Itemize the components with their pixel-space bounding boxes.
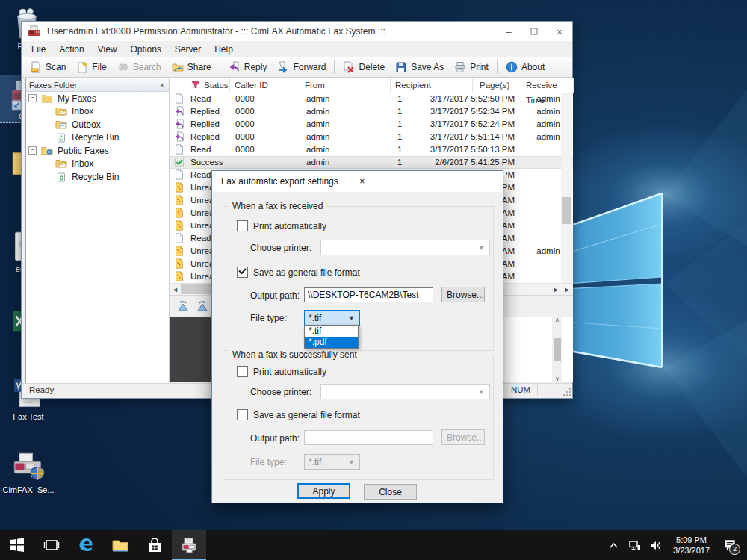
volume-icon[interactable] bbox=[645, 530, 666, 560]
about-button[interactable]: About bbox=[500, 60, 550, 75]
scan-button[interactable]: Scan bbox=[25, 60, 71, 75]
window-title-bar[interactable]: User:admin Ext:0000 Permission:Administr… bbox=[22, 22, 572, 41]
taskbar-clock[interactable]: 5:09 PM 3/23/2017 bbox=[667, 535, 716, 556]
column-header-from[interactable]: From bbox=[303, 78, 391, 93]
scroll-down-icon[interactable]: ∨ bbox=[555, 376, 560, 382]
fax-row[interactable]: Replied0000admin13/17/2017 5:52:34 PMadm… bbox=[170, 105, 573, 118]
unread-status-icon bbox=[174, 208, 185, 218]
forward-button[interactable]: Forward bbox=[272, 60, 331, 75]
tree-item-recycle-bin[interactable]: Recycle Bin bbox=[26, 170, 170, 184]
pane-expand-icon[interactable]: ► bbox=[562, 286, 573, 293]
tree-item-recycle-bin[interactable]: Recycle Bin bbox=[26, 131, 170, 145]
file-explorer-button[interactable] bbox=[103, 530, 137, 560]
tree-item-outbox[interactable]: Outbox bbox=[26, 118, 170, 131]
desktop-icon-cimfax-se[interactable]: CimFAX_Se... bbox=[1, 451, 55, 495]
received-group: When a fax is received Print automatical… bbox=[223, 206, 494, 351]
share-button[interactable]: Share bbox=[167, 60, 217, 75]
list-vertical-scrollbar[interactable] bbox=[561, 93, 572, 283]
resize-grip[interactable] bbox=[562, 388, 571, 396]
tree-item-inbox[interactable]: Inbox bbox=[26, 158, 170, 171]
dialog-close-button[interactable]: Close bbox=[364, 484, 417, 500]
panel-close-icon[interactable]: × bbox=[158, 81, 167, 90]
cell-status: Read bbox=[190, 169, 211, 181]
cell-caller-id: 0000 bbox=[235, 93, 255, 105]
fax-row[interactable]: Read0000admin13/17/2017 5:50:13 PM bbox=[170, 143, 573, 156]
store-button[interactable] bbox=[137, 530, 172, 560]
column-header-page-s[interactable]: Page(s) bbox=[472, 78, 521, 93]
browse-button[interactable]: Browse... bbox=[441, 287, 485, 302]
dialog-title: Fax automatic export settings bbox=[221, 176, 338, 187]
close-button[interactable]: × bbox=[547, 22, 572, 41]
fax-row[interactable]: Replied0000admin13/17/2017 5:51:14 PMadm… bbox=[170, 131, 573, 143]
printer-combobox[interactable]: ▼ bbox=[320, 240, 490, 255]
delete-button[interactable]: Delete bbox=[338, 60, 390, 75]
unread-status-icon bbox=[174, 246, 185, 256]
task-view-button[interactable] bbox=[34, 530, 69, 560]
column-header-status[interactable]: Status bbox=[170, 78, 230, 93]
chevron-up-icon[interactable] bbox=[603, 530, 624, 560]
menu-action[interactable]: Action bbox=[52, 43, 90, 56]
menu-bar: FileActionViewOptionsServerHelp bbox=[22, 41, 572, 57]
menu-server[interactable]: Server bbox=[168, 43, 208, 56]
column-header-receive-time[interactable]: Receive Time bbox=[521, 78, 574, 93]
scroll-up-icon[interactable]: ∧ bbox=[555, 317, 560, 323]
menu-help[interactable]: Help bbox=[208, 43, 240, 56]
tree-item-label: Recycle Bin bbox=[72, 172, 119, 182]
success-status-icon bbox=[174, 157, 185, 167]
fax-row[interactable]: Read0000admin13/17/2017 5:52:50 PMadmin bbox=[170, 93, 573, 105]
filter-icon[interactable] bbox=[190, 80, 201, 90]
sent-print-automatically-checkbox[interactable] bbox=[237, 366, 248, 377]
clock-date: 3/23/2017 bbox=[673, 545, 710, 556]
sent-printer-combobox[interactable]: ▼ bbox=[320, 384, 490, 399]
print-button[interactable]: Print bbox=[449, 60, 494, 75]
rotate-left-icon[interactable] bbox=[176, 299, 190, 314]
toolbar-button-label: Save As bbox=[411, 62, 444, 72]
start-button[interactable] bbox=[0, 530, 34, 560]
edge-browser-button[interactable] bbox=[69, 530, 103, 560]
toolbar-button-label: Forward bbox=[293, 62, 326, 72]
option-pdf[interactable]: *.pdf bbox=[305, 337, 358, 348]
file-button[interactable]: File bbox=[71, 60, 111, 75]
print-automatically-checkbox[interactable] bbox=[237, 220, 248, 231]
cell-time: 2/6/2017 5:41:25 PM bbox=[350, 156, 515, 169]
preview-vertical-scrollbar[interactable]: ∧ ∨ bbox=[552, 317, 562, 382]
save-format-checkbox[interactable] bbox=[237, 267, 248, 278]
scroll-right-icon[interactable]: ► bbox=[551, 286, 562, 293]
replied-status-icon bbox=[174, 106, 185, 116]
output-path-input[interactable] bbox=[304, 287, 433, 302]
tree-item-inbox[interactable]: Inbox bbox=[26, 105, 170, 119]
column-header-recipient[interactable]: Recipient bbox=[390, 78, 473, 93]
menu-options[interactable]: Options bbox=[124, 43, 168, 56]
dialog-title-bar[interactable]: Fax automatic export settings × bbox=[212, 171, 503, 192]
apply-button[interactable]: Apply bbox=[297, 483, 350, 499]
fax-row[interactable]: Replied0000admin13/17/2017 5:52:24 PMadm… bbox=[170, 118, 573, 131]
unread-status-icon bbox=[174, 271, 185, 281]
sent-save-format-checkbox[interactable] bbox=[237, 409, 248, 420]
reply-button[interactable]: Reply bbox=[223, 60, 273, 75]
column-header-caller-id[interactable]: Caller ID bbox=[229, 78, 303, 93]
recycle-icon bbox=[55, 131, 67, 143]
cimfax-taskbar-button[interactable] bbox=[172, 530, 206, 560]
file-type-combobox[interactable]: *.tif▼ bbox=[304, 310, 360, 326]
cell-status: Read bbox=[190, 143, 211, 156]
desktop-icon-label: CimFAX_Se... bbox=[1, 485, 55, 495]
fax-row[interactable]: Successadmin12/6/2017 5:41:25 PM bbox=[170, 156, 573, 169]
tree-item-public-faxes[interactable]: -Public Faxes bbox=[26, 144, 170, 158]
minimize-button[interactable]: – bbox=[496, 22, 521, 41]
rotate-right-icon[interactable] bbox=[195, 299, 210, 314]
action-center-icon[interactable]: 2 bbox=[717, 530, 743, 560]
recycle-icon bbox=[55, 171, 67, 183]
menu-file[interactable]: File bbox=[25, 43, 52, 56]
network-icon[interactable] bbox=[624, 530, 645, 560]
dialog-close-icon[interactable]: × bbox=[347, 176, 377, 187]
tree-expander-icon[interactable]: - bbox=[28, 94, 37, 102]
num-lock-indicator: NUM bbox=[511, 385, 530, 394]
option-tif[interactable]: *.tif bbox=[305, 326, 358, 337]
menu-view[interactable]: View bbox=[91, 43, 124, 56]
save-as-button[interactable]: Save As bbox=[390, 60, 449, 75]
scroll-left-icon[interactable]: ◄ bbox=[170, 286, 181, 293]
tree-item-my-faxes[interactable]: -My Faxes bbox=[26, 92, 170, 105]
cell-from: admin bbox=[306, 131, 329, 143]
maximize-button[interactable] bbox=[521, 22, 547, 41]
tree-expander-icon[interactable]: - bbox=[28, 146, 37, 155]
